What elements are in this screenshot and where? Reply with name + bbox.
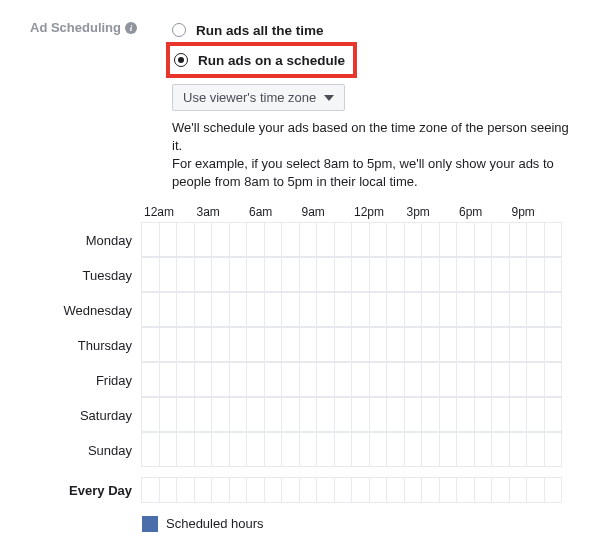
schedule-cell[interactable]	[299, 257, 318, 292]
option-on-schedule[interactable]: Run ads on a schedule	[174, 48, 345, 72]
schedule-cell[interactable]	[509, 292, 528, 327]
every-day-cell[interactable]	[544, 477, 563, 503]
schedule-cell[interactable]	[369, 257, 388, 292]
schedule-cell[interactable]	[421, 362, 440, 397]
schedule-cell[interactable]	[299, 292, 318, 327]
schedule-cell[interactable]	[509, 362, 528, 397]
schedule-cell[interactable]	[491, 292, 510, 327]
every-day-cell[interactable]	[386, 477, 405, 503]
schedule-cell[interactable]	[439, 397, 458, 432]
schedule-cell[interactable]	[544, 257, 563, 292]
schedule-cell[interactable]	[281, 222, 300, 257]
every-day-cell[interactable]	[229, 477, 248, 503]
schedule-cell[interactable]	[421, 327, 440, 362]
schedule-cell[interactable]	[421, 222, 440, 257]
option-all-time[interactable]: Run ads all the time	[172, 18, 570, 42]
schedule-cell[interactable]	[386, 327, 405, 362]
schedule-cell[interactable]	[211, 327, 230, 362]
schedule-cell[interactable]	[351, 397, 370, 432]
schedule-cell[interactable]	[526, 257, 545, 292]
schedule-cell[interactable]	[526, 327, 545, 362]
schedule-cell[interactable]	[386, 292, 405, 327]
schedule-cell[interactable]	[211, 432, 230, 467]
schedule-cell[interactable]	[544, 222, 563, 257]
schedule-cell[interactable]	[351, 222, 370, 257]
schedule-cell[interactable]	[246, 362, 265, 397]
every-day-cell[interactable]	[369, 477, 388, 503]
schedule-cell[interactable]	[439, 222, 458, 257]
schedule-cell[interactable]	[369, 432, 388, 467]
schedule-cell[interactable]	[159, 327, 178, 362]
schedule-cell[interactable]	[491, 432, 510, 467]
schedule-cell[interactable]	[229, 397, 248, 432]
every-day-cell[interactable]	[176, 477, 195, 503]
schedule-cell[interactable]	[386, 222, 405, 257]
every-day-cell[interactable]	[246, 477, 265, 503]
schedule-cell[interactable]	[281, 327, 300, 362]
schedule-cell[interactable]	[456, 397, 475, 432]
schedule-cell[interactable]	[211, 222, 230, 257]
schedule-cell[interactable]	[246, 257, 265, 292]
schedule-cell[interactable]	[334, 292, 353, 327]
schedule-cell[interactable]	[229, 327, 248, 362]
schedule-cell[interactable]	[474, 292, 493, 327]
every-day-cell[interactable]	[491, 477, 510, 503]
schedule-cell[interactable]	[439, 362, 458, 397]
schedule-cell[interactable]	[159, 397, 178, 432]
schedule-cell[interactable]	[439, 257, 458, 292]
schedule-cell[interactable]	[474, 222, 493, 257]
schedule-cell[interactable]	[544, 397, 563, 432]
schedule-cell[interactable]	[299, 397, 318, 432]
schedule-cell[interactable]	[141, 257, 160, 292]
schedule-cell[interactable]	[194, 257, 213, 292]
schedule-cell[interactable]	[281, 432, 300, 467]
schedule-cell[interactable]	[264, 397, 283, 432]
schedule-cell[interactable]	[369, 222, 388, 257]
schedule-cell[interactable]	[176, 257, 195, 292]
schedule-cell[interactable]	[176, 362, 195, 397]
schedule-cell[interactable]	[246, 327, 265, 362]
schedule-cell[interactable]	[316, 397, 335, 432]
schedule-cell[interactable]	[211, 397, 230, 432]
every-day-cell[interactable]	[526, 477, 545, 503]
schedule-cell[interactable]	[264, 257, 283, 292]
schedule-cell[interactable]	[526, 362, 545, 397]
schedule-cell[interactable]	[316, 257, 335, 292]
schedule-cell[interactable]	[334, 222, 353, 257]
schedule-cell[interactable]	[211, 362, 230, 397]
schedule-cell[interactable]	[141, 327, 160, 362]
schedule-cell[interactable]	[176, 432, 195, 467]
schedule-cell[interactable]	[491, 222, 510, 257]
schedule-cell[interactable]	[351, 257, 370, 292]
schedule-cell[interactable]	[211, 292, 230, 327]
schedule-cell[interactable]	[141, 362, 160, 397]
schedule-cell[interactable]	[229, 222, 248, 257]
schedule-cell[interactable]	[474, 397, 493, 432]
schedule-cell[interactable]	[281, 292, 300, 327]
schedule-cell[interactable]	[246, 292, 265, 327]
schedule-cell[interactable]	[299, 327, 318, 362]
schedule-cell[interactable]	[526, 432, 545, 467]
schedule-cell[interactable]	[404, 397, 423, 432]
schedule-cell[interactable]	[509, 222, 528, 257]
every-day-cell[interactable]	[194, 477, 213, 503]
every-day-cell[interactable]	[439, 477, 458, 503]
schedule-cell[interactable]	[281, 397, 300, 432]
schedule-cell[interactable]	[229, 432, 248, 467]
schedule-cell[interactable]	[369, 292, 388, 327]
schedule-cell[interactable]	[544, 432, 563, 467]
schedule-cell[interactable]	[404, 292, 423, 327]
schedule-cell[interactable]	[334, 257, 353, 292]
schedule-cell[interactable]	[421, 432, 440, 467]
every-day-cell[interactable]	[509, 477, 528, 503]
schedule-cell[interactable]	[316, 432, 335, 467]
schedule-cell[interactable]	[316, 362, 335, 397]
schedule-grid[interactable]: 12am3am6am9am12pm3pm6pm9pmMondayTuesdayW…	[30, 205, 570, 504]
schedule-cell[interactable]	[509, 397, 528, 432]
schedule-cell[interactable]	[159, 257, 178, 292]
schedule-cell[interactable]	[456, 327, 475, 362]
every-day-cell[interactable]	[456, 477, 475, 503]
every-day-cell[interactable]	[334, 477, 353, 503]
schedule-cell[interactable]	[264, 362, 283, 397]
schedule-cell[interactable]	[351, 432, 370, 467]
